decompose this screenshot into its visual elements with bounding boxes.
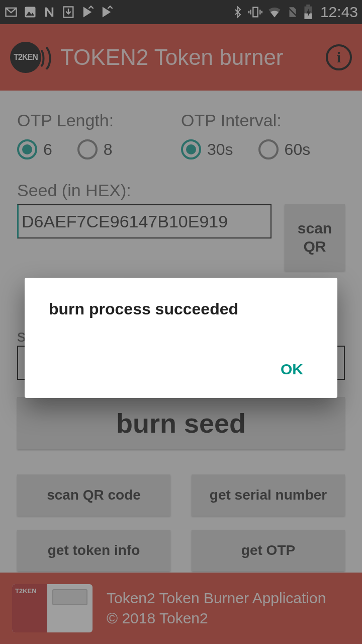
success-dialog: burn process succeeded OK (25, 278, 337, 398)
dialog-ok-button[interactable]: OK (270, 355, 313, 384)
dialog-title: burn process succeeded (49, 300, 313, 318)
